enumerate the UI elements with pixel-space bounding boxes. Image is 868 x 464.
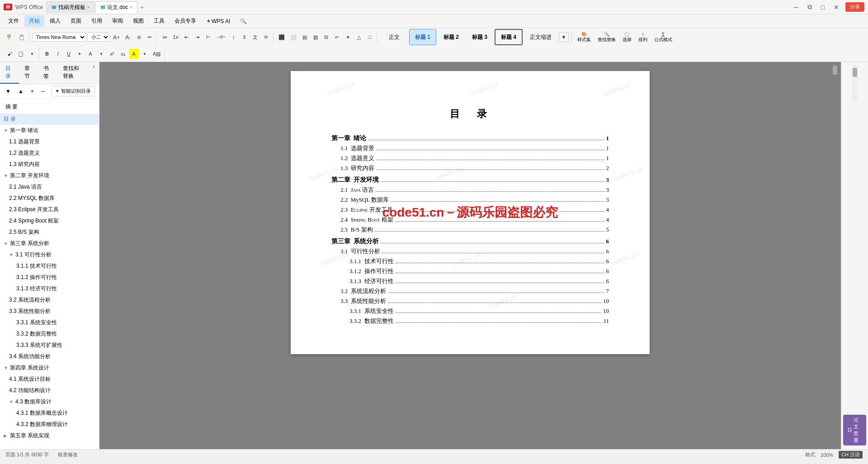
toc-item-ch3-1-3[interactable]: 3.1.3 经济可行性 [0, 283, 99, 294]
align-center2-btn[interactable]: ⬜ [288, 32, 299, 42]
style-heading2-btn[interactable]: 标题 2 [438, 29, 465, 45]
toc-item-ch2-2[interactable]: 2.2 MYSQL 数据库 [0, 193, 99, 204]
toc-abstract[interactable]: 摘 要 [0, 100, 99, 114]
number-list-btn[interactable]: 1≡ [170, 32, 181, 42]
text-direction-btn[interactable]: ⟳ [261, 32, 271, 42]
select-btn[interactable]: ⬚选择 [620, 31, 634, 44]
sidebar-tab-findreplace[interactable]: 查找和替换 [57, 62, 89, 84]
share-button[interactable]: 分享 [845, 2, 864, 12]
doc-area[interactable]: code51.cn code51.cn code51.cn code51.cn … [99, 62, 841, 449]
sidebar-tab-bookmark[interactable]: 书签 [38, 62, 57, 84]
toc-expand-all-btn[interactable]: ▼ [3, 87, 14, 95]
page-mode-btn[interactable]: 格式 [805, 451, 815, 458]
tab-doc-close[interactable]: × [130, 5, 133, 10]
vertical-scrollbar[interactable] [852, 66, 858, 102]
format-painter2-btn[interactable]: 🖌 [5, 49, 14, 59]
close-button[interactable]: ✕ [831, 3, 842, 12]
tab-doc[interactable]: W 论文.doc × [95, 1, 137, 13]
toc-item-ch3[interactable]: ▼ 第三章 系统分析 [0, 238, 99, 249]
language-btn[interactable]: CH 汉语 [839, 451, 863, 459]
italic-btn[interactable]: I [53, 49, 63, 59]
sidebar-tab-chapter[interactable]: 章节 [19, 62, 38, 84]
menu-search[interactable]: 🔍 [236, 16, 251, 26]
restore-button[interactable]: ⧉ [805, 2, 815, 12]
menu-review[interactable]: 审阅 [108, 15, 127, 27]
sidebar-tab-toc[interactable]: 目录 [0, 62, 19, 84]
align-left2-btn[interactable]: ⬛ [276, 32, 287, 42]
paste-btn[interactable] [16, 32, 27, 42]
font-erase-btn[interactable]: ✏ [145, 32, 155, 42]
tab-template-close[interactable]: × [87, 5, 90, 10]
chinese-layout-btn[interactable]: 文 [250, 32, 260, 42]
superscript-btn[interactable]: x² [107, 49, 117, 59]
toc-item-ch4-1[interactable]: 4.1 系统设计目标 [0, 374, 99, 385]
toc-item-ch1[interactable]: ▼ 第一章 绪论 [0, 125, 99, 136]
para-mark-btn[interactable]: ↵ [332, 32, 342, 42]
toc-item-ch4-3-2[interactable]: 4.3.2 数据库物理设计 [0, 419, 99, 430]
smart-toc-btn[interactable]: ✦ 智能识别目录 [51, 86, 95, 96]
sidebar-close-btn[interactable]: × [89, 62, 99, 84]
shading-btn[interactable]: △ [354, 32, 364, 42]
line-spacing-btn[interactable]: ↕ [229, 32, 239, 42]
cols-btn[interactable]: ⊟ [321, 32, 331, 42]
toc-item-ch1-2[interactable]: 1.2 选题意义 [0, 147, 99, 159]
style-normal-btn[interactable]: 正文 [381, 29, 408, 45]
check-plagiarism-btn[interactable]: G 论文查重 [843, 415, 866, 445]
align-justify-btn[interactable]: ▤ [300, 32, 310, 42]
toc-item-ch3-1-1[interactable]: 3.1.1 技术可行性 [0, 260, 99, 272]
sort-btn[interactable]: ↕排列 [636, 31, 650, 44]
menu-file[interactable]: 文件 [4, 15, 24, 27]
toc-item-ch5[interactable]: ▶ 第五章 系统实现 [0, 430, 99, 441]
minimize-button[interactable]: ─ [791, 3, 801, 12]
toc-item-ch2[interactable]: ▼ 第二章 开发环境 [0, 170, 99, 181]
spell-check-btn[interactable]: 检查修改 [58, 451, 78, 458]
toc-item-ch2-3[interactable]: 2.3 Eclipse 开发工具 [0, 204, 99, 215]
toc-collapse-all-btn[interactable]: ▲ [15, 87, 26, 95]
toc-item-ch4-3-1[interactable]: 4.3.1 数据库概念设计 [0, 407, 99, 419]
indent-decrease-btn[interactable]: ⇤ [182, 32, 192, 42]
toc-item-ch3-3-2[interactable]: 3.3.2 数据完整性 [0, 328, 99, 340]
menu-reference[interactable]: 引用 [87, 15, 107, 27]
align-center-btn[interactable]: ⊣⊢ [214, 32, 228, 42]
toc-item-ch4[interactable]: ▼ 第四章 系统设计 [0, 362, 99, 374]
toc-item-ch4-2[interactable]: 4.2 功能结构设计 [0, 385, 99, 396]
style-heading4-btn[interactable]: 标题 4 [495, 29, 523, 45]
toc-item-ch2-4[interactable]: 2.4 Spring Boot 框架 [0, 215, 99, 227]
highlight-down-btn[interactable]: ▼ [140, 49, 150, 59]
menu-insert[interactable]: 插入 [45, 15, 65, 27]
menu-tools[interactable]: 工具 [149, 15, 169, 27]
paragraph-spacing-btn[interactable]: ⇕ [240, 32, 250, 42]
font-size-select[interactable]: 小二 二号 三号 四号 小四 [87, 33, 110, 42]
toc-add-btn[interactable]: + [28, 87, 37, 95]
menu-wpsai[interactable]: ✦ WPS AI [202, 16, 235, 26]
toc-item-ch3-3-1[interactable]: 3.3.1 系统安全性 [0, 317, 99, 328]
toc-item-ch4-3[interactable]: ▼ 4.3 数据库设计 [0, 396, 99, 407]
border-btn[interactable]: □ [365, 32, 375, 42]
toc-item-ch3-1[interactable]: ▼ 3.1 可行性分析 [0, 249, 99, 260]
font-name-select[interactable]: Times New Roma 宋体 黑体 Arial [32, 33, 86, 42]
toc-item-ch3-3[interactable]: 3.3 系统性能分析 [0, 306, 99, 317]
underline-down-btn[interactable]: ▼ [75, 49, 85, 59]
find-replace-btn[interactable]: 🔍查找替换 [595, 31, 618, 44]
toc-item-ch2-1[interactable]: 2.1 Java 语言 [0, 181, 99, 193]
toc-item-ch2-5[interactable]: 2.5 B/S 架构 [0, 227, 99, 238]
format-painter-btn[interactable] [5, 32, 15, 42]
menu-view[interactable]: 视图 [128, 15, 148, 27]
paste2-btn[interactable]: 📋 [15, 49, 26, 59]
paste-down-btn[interactable]: ▼ [27, 49, 37, 59]
toc-item-ch3-2[interactable]: 3.2 系统流程分析 [0, 294, 99, 306]
formula-btn[interactable]: ∑公式模式 [651, 31, 675, 44]
styles-set-btn[interactable]: 🎨样式集 [575, 31, 594, 44]
font-color-down-btn[interactable]: ▼ [96, 49, 106, 59]
bold-btn[interactable]: B [42, 49, 52, 59]
style-body-indent-btn[interactable]: 正文缩进 [524, 29, 557, 45]
toc-item-ch3-3-3[interactable]: 3.3.3 系统可扩展性 [0, 340, 99, 351]
toc-item-toc[interactable]: 目 录 [0, 114, 99, 125]
font-size-increase-btn[interactable]: A+ [111, 32, 122, 42]
style-heading3-btn[interactable]: 标题 3 [466, 29, 493, 45]
indent-increase-btn[interactable]: ⇥ [193, 32, 203, 42]
tab-template[interactable]: W 找稿壳模板 × [47, 1, 94, 13]
bullet-list-btn[interactable]: ≡• [160, 32, 170, 42]
styles-more-btn[interactable]: ▼ [559, 32, 569, 42]
style-heading1-btn[interactable]: 标题 1 [409, 29, 436, 45]
